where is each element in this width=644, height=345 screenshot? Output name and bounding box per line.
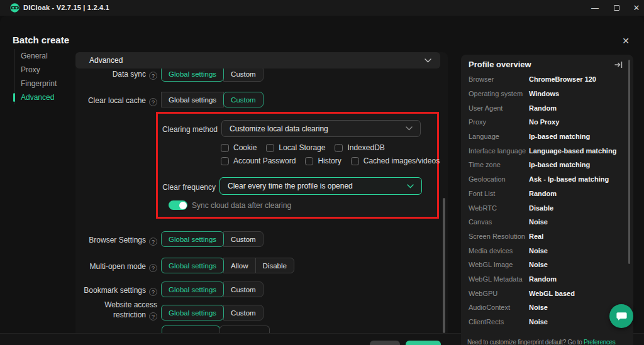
segmented-option[interactable]: Custom <box>223 231 264 247</box>
checkbox[interactable] <box>335 144 343 152</box>
clear-frequency-dropdown[interactable]: Clear every time the profile is opened <box>219 177 422 195</box>
advanced-section-header[interactable]: Advanced <box>75 52 440 68</box>
help-icon[interactable]: ? <box>149 288 157 296</box>
overview-row-value: Real <box>529 233 543 240</box>
app-logo-icon <box>10 3 19 13</box>
browser-settings-segmented-control: Global settingsCustom <box>162 231 264 247</box>
chat-support-button[interactable] <box>609 304 633 328</box>
overview-row-label: Canvas <box>469 218 529 226</box>
overview-row-label: Geolocation <box>469 175 529 183</box>
segmented-option[interactable]: Custom <box>223 282 264 297</box>
collapse-panel-icon[interactable] <box>614 60 623 69</box>
bookmark-settings-label: Bookmark settings? <box>75 285 157 296</box>
checkbox[interactable] <box>351 157 359 165</box>
help-icon[interactable]: ? <box>149 312 157 320</box>
window-minimize-button[interactable]: — <box>586 0 604 16</box>
overview-row-value: Random <box>529 275 557 283</box>
clearing-checkbox-row-2: Account Password History Cached images/v… <box>221 156 440 165</box>
website-access-restriction-label: Website access restriction? <box>75 300 157 320</box>
overview-row: Screen Resolution Real <box>469 229 626 244</box>
checkbox-item[interactable]: Account Password <box>221 156 296 165</box>
overview-row-label: Interface language <box>469 147 529 155</box>
fingerprint-default-note: Need to customize fingerprint default? G… <box>467 339 631 345</box>
window-maximize-button[interactable] <box>608 0 625 16</box>
overview-row: Operating system Windows <box>469 87 626 101</box>
overview-row: AudioContext Noise <box>469 300 626 315</box>
help-icon[interactable]: ? <box>149 98 157 106</box>
overview-row-label: WebGPU <box>469 290 529 297</box>
clearing-checkbox-row-1: Cookie Local Storage IndexedDB <box>221 143 385 152</box>
overview-row-label: Browser <box>469 75 529 83</box>
segmented-option[interactable]: Global settings <box>161 258 224 273</box>
segmented-option[interactable]: Custom <box>223 305 264 320</box>
panel-scrollbar[interactable] <box>628 60 630 264</box>
clearing-method-value: Customize local data clearing <box>230 124 328 133</box>
section-header-label: Advanced <box>89 56 123 65</box>
overview-row-value: Disable <box>529 204 553 212</box>
clearing-method-dropdown[interactable]: Customize local data clearing <box>221 120 421 137</box>
app-title: DICloak - V2.7.15 | 1.2.4.1 <box>23 4 109 11</box>
checkbox-item[interactable]: IndexedDB <box>335 143 384 152</box>
segmented-option[interactable]: Global settings <box>161 231 224 247</box>
overview-row-label: User Agent <box>469 104 529 112</box>
overview-row: User Agent Random <box>469 101 626 115</box>
dialog-close-button[interactable]: ✕ <box>619 34 633 48</box>
segmented-option[interactable]: Custom <box>223 92 264 107</box>
chat-bubble-icon <box>616 311 628 322</box>
segmented-option[interactable]: Global settings <box>161 282 224 297</box>
overview-row-value: Language-based matching <box>529 147 616 155</box>
overview-row: Browser ChromeBrowser 120 <box>469 72 626 87</box>
cancel-button[interactable]: Cancel <box>370 341 400 345</box>
checkbox-item[interactable]: Cookie <box>221 143 257 152</box>
checkbox[interactable] <box>221 157 229 165</box>
checkbox[interactable] <box>266 144 274 152</box>
confirm-button[interactable]: Confirm <box>406 341 441 345</box>
sidebar-item[interactable]: Advanced <box>14 90 72 104</box>
overview-row-value: No Proxy <box>529 118 559 126</box>
overview-row-label: Operating system <box>469 90 529 97</box>
checkbox-label: Local Storage <box>279 143 325 152</box>
checkbox-label: Cached images/videos <box>364 156 440 165</box>
help-icon[interactable]: ? <box>149 72 157 80</box>
overview-row: WebGPU WebGL based <box>469 286 626 300</box>
help-icon[interactable]: ? <box>149 238 157 246</box>
toggle-knob <box>179 202 187 209</box>
overview-row: Proxy No Proxy <box>469 115 626 129</box>
help-icon[interactable]: ? <box>149 264 157 272</box>
multi-open-mode-label: Multi-open mode? <box>75 261 157 272</box>
sync-cloud-data-toggle[interactable] <box>169 200 187 210</box>
checkbox-item[interactable]: Local Storage <box>266 143 325 152</box>
profile-overview-panel: Profile overview Browser ChromeBrowser 1… <box>461 55 633 345</box>
website-access-segmented-control: Global settingsCustom <box>162 305 264 320</box>
sidebar-item-label: Proxy <box>21 65 40 74</box>
main-scrollbar[interactable] <box>443 198 445 333</box>
data-sync-label: Data sync? <box>75 69 157 80</box>
preferences-link[interactable]: Preferences <box>584 339 616 345</box>
overview-row-label: AudioContext <box>469 304 529 311</box>
chevron-down-icon <box>425 58 431 63</box>
overview-rows: Browser ChromeBrowser 120 Operating syst… <box>469 72 626 329</box>
checkbox-item[interactable]: Cached images/videos <box>351 156 440 165</box>
checkbox[interactable] <box>221 144 229 152</box>
overview-row-value: Noise <box>529 218 548 226</box>
overview-row: Time zone Ip-based matching <box>469 158 626 172</box>
sidebar-item[interactable]: General <box>14 49 72 63</box>
sidebar-item[interactable]: Fingerprint <box>14 77 72 90</box>
overview-row-label: Proxy <box>469 118 529 126</box>
window-close-button[interactable]: ✕ <box>628 0 644 16</box>
segmented-option[interactable]: Disable <box>255 258 294 273</box>
checkbox[interactable] <box>305 157 313 165</box>
overview-row-value: Ask - Ip-based matching <box>529 175 609 183</box>
overview-row-value: ChromeBrowser 120 <box>529 75 596 83</box>
overview-row-label: Media devices <box>469 247 529 255</box>
browser-settings-label: Browser Settings? <box>75 235 157 246</box>
sidebar-item[interactable]: Proxy <box>14 63 72 77</box>
checkbox-item[interactable]: History <box>305 156 341 165</box>
overview-row-label: WebGL Image <box>469 261 529 268</box>
segmented-option[interactable]: Global settings <box>161 92 224 107</box>
checkbox-label: Cookie <box>233 143 257 152</box>
overview-row-value: Noise <box>529 318 548 326</box>
segmented-option[interactable]: Allow <box>223 258 255 273</box>
overview-row-value: Ip-based matching <box>529 133 590 140</box>
segmented-option[interactable]: Global settings <box>161 305 224 320</box>
